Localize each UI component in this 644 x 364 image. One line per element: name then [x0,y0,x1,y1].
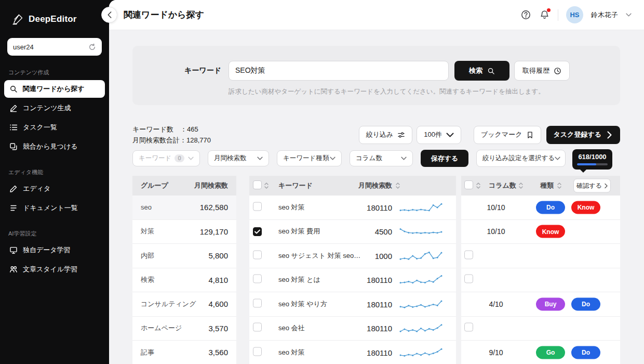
back-button[interactable] [101,7,117,23]
sort-icon[interactable] [264,183,269,189]
analyze-checkbox[interactable] [464,275,473,283]
keyword-row: seo 会社 180110 [249,317,620,341]
help-icon[interactable] [520,9,531,20]
row-select-checkbox[interactable] [253,250,262,259]
filter-dropdown[interactable]: コラム数 [350,150,413,166]
row-select-checkbox[interactable] [253,323,262,332]
keyword-count-label: キーワード数 ： [132,125,187,133]
monthly-volume-cell: 4500 [330,227,392,236]
chevron-down-icon[interactable] [626,12,632,18]
document-list-icon [9,204,18,212]
monthly-volume-cell: 180110 [330,300,392,308]
result-stats: キーワード数 ：465 月間検索数合計：128,770 [132,124,211,146]
group-table-header: グループ 月間検索数 [132,176,236,196]
toolbar-buttons: 絞り込み 100件 ブックマーク タスク登録する [359,126,620,144]
page-size-dropdown[interactable]: 100件 [417,126,461,144]
user-id-input[interactable] [13,43,81,51]
sort-icon[interactable] [476,183,481,189]
app-name: DeepEditor [29,14,77,24]
group-row[interactable]: 対策129,170 [132,220,236,244]
column-count-cell: 10/10 [478,203,514,212]
sidebar-item-label: 競合から見つける [23,142,78,151]
quota-progress-fill [577,163,596,165]
row-select-checkbox[interactable] [253,202,262,211]
notifications-button[interactable] [539,9,550,20]
chevron-right-icon [606,131,613,139]
bookmark-button[interactable]: ブックマーク [474,126,542,144]
row-select-checkbox[interactable] [253,275,262,283]
group-row[interactable]: 記事3,560 [132,341,236,364]
row-select-checkbox[interactable] [253,227,262,236]
custom-data-icon [9,246,18,254]
analyze-checkbox[interactable] [464,323,473,332]
sliders-icon [397,131,405,139]
refresh-icon[interactable] [88,43,96,51]
content-area: 関連ワードから探す HS 鈴木花子 キーワード 検索 [109,0,644,364]
sidebar-item[interactable]: コンテンツ生成 [4,99,105,117]
register-task-button[interactable]: タスク登録する [546,126,620,144]
sort-icon[interactable] [557,183,562,189]
filter-button[interactable]: 絞り込み [359,126,413,144]
group-monthly-value: 162,580 [200,203,228,212]
group-name: 記事 [141,348,154,357]
app-logo: DeepEditor [0,0,109,35]
chevron-down-icon [257,155,263,161]
chevron-down-icon [446,131,454,139]
group-name: 検索 [141,275,154,284]
confirm-button[interactable]: 確認する [573,179,611,193]
filter-dropdown[interactable]: キーワード種類 [277,150,342,166]
keyword-table: キーワード 月間検索数 コラム数 種類 確認する seo 対策 [249,176,620,364]
history-button[interactable]: 取得履歴 [514,61,570,81]
group-row[interactable]: ホームページ3,570 [132,317,236,341]
sidebar-item[interactable]: ドキュメント一覧 [4,199,105,217]
group-row[interactable]: コンサルティング4,600 [132,292,236,317]
group-table: グループ 月間検索数 seo162,580対策129,170内部5,800検索4… [132,176,236,364]
sidebar-item[interactable]: 文章スタイル学習 [4,261,105,278]
select-all-checkbox[interactable] [253,180,262,189]
keyword-table-header: キーワード 月間検索数 コラム数 種類 確認する [249,176,620,196]
group-row[interactable]: seo162,580 [132,196,236,220]
trend-sparkline [399,250,443,262]
sidebar-item[interactable]: タスク一覧 [4,119,105,136]
quota-tooltip: 618/1000 [572,149,612,170]
row-select-checkbox[interactable] [253,298,262,307]
trend-sparkline [399,225,443,238]
keyword-cell: seo 対策 とは [278,275,320,284]
keyword-row: seo 対策 とは 180110 [249,268,620,293]
user-name: 鈴木花子 [591,10,618,20]
sidebar-item[interactable]: 競合から見つける [4,138,105,155]
sort-icon[interactable] [518,183,524,189]
trend-sparkline [399,274,443,286]
sidebar-item-label: ドキュメント一覧 [23,203,78,213]
analyze-checkbox[interactable] [464,250,473,259]
sidebar-item[interactable]: 独自データ学習 [4,241,105,259]
filter-dropdown[interactable]: 月間検索数 [208,150,269,166]
filter-dropdown-label: キーワード [139,154,171,163]
group-row[interactable]: 内部5,800 [132,244,236,268]
filter-preset-dropdown[interactable]: 絞り込み設定を選択する [476,150,566,167]
monthly-total-value: 128,770 [186,136,211,144]
sidebar-item[interactable]: 関連ワードから探す [4,80,105,98]
type-badge: Do [571,297,600,310]
filter-dropdown[interactable]: キーワード0 [132,150,200,166]
quota-progress [577,163,608,165]
trend-sparkline [399,322,443,334]
keyword-col-header: キーワード [278,181,313,190]
search-button[interactable]: 検索 [454,61,509,81]
sort-icon[interactable] [395,183,400,189]
type-badge: Buy [536,297,565,310]
group-monthly-value: 5,800 [208,251,228,260]
monthly-volume-cell: 180110 [330,348,392,357]
group-row[interactable]: 検索4,810 [132,268,236,293]
helper-text: 訴求したい商材やターゲットに関するキーワードを入力してください。関連するキーワー… [229,87,620,96]
select-all-analyze-checkbox[interactable] [464,180,473,189]
user-id-field[interactable] [7,38,102,56]
avatar[interactable]: HS [566,6,583,23]
sidebar-item[interactable]: エディタ [4,180,105,198]
sidebar: DeepEditor コンテンツ作成関連ワードから探すコンテンツ生成タスク一覧競… [0,0,109,364]
chevron-down-icon [188,155,194,161]
row-select-checkbox[interactable] [253,347,262,356]
type-badge: Do [536,201,565,214]
save-filter-button[interactable]: 保存する [421,150,468,167]
keyword-input[interactable] [229,61,449,81]
